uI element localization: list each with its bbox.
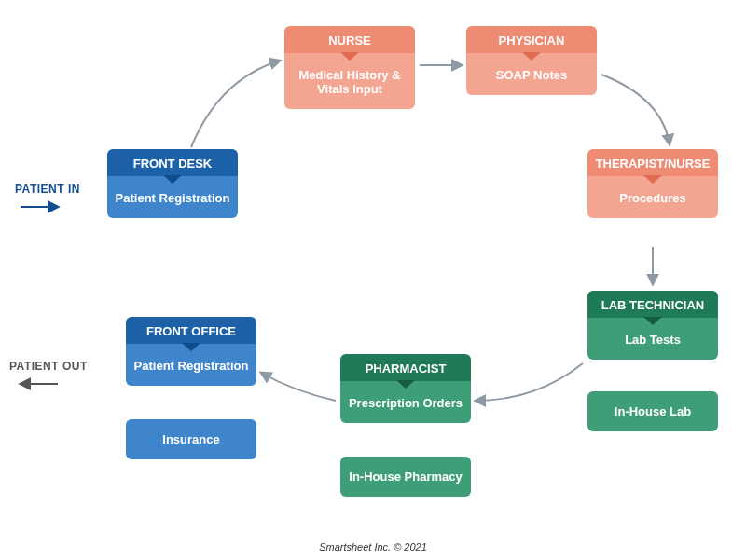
- node-therapist: THERAPIST/NURSE Procedures: [587, 149, 718, 218]
- notch-icon: [163, 175, 182, 184]
- role-label: PHARMACIST: [366, 362, 447, 376]
- role-front-desk: FRONT DESK: [107, 149, 238, 176]
- role-label: THERAPIST/NURSE: [596, 157, 711, 171]
- arrow-pharmacist-frontoffice: [261, 373, 336, 401]
- notch-icon: [522, 52, 541, 61]
- card-in-house-pharmacy: In-House Pharmacy: [340, 457, 471, 497]
- role-therapist: THERAPIST/NURSE: [587, 149, 718, 176]
- node-physician: PHYSICIAN SOAP Notes: [466, 26, 597, 95]
- notch-icon: [396, 380, 415, 389]
- node-front-office: FRONT OFFICE Patient Registration: [126, 317, 256, 386]
- arrow-labtech-pharmacist: [476, 363, 583, 401]
- label-patient-in: PATIENT IN: [15, 183, 80, 196]
- card-in-house-lab: In-House Lab: [587, 391, 718, 431]
- task-nurse: Medical History & Vitals Input: [284, 53, 415, 109]
- node-pharmacist: PHARMACIST Prescription Orders: [340, 354, 471, 423]
- notch-icon: [182, 343, 200, 351]
- node-nurse: NURSE Medical History & Vitals Input: [284, 26, 415, 109]
- diagram-stage: PATIENT IN PATIENT OUT FRONT DESK Patien…: [0, 0, 746, 560]
- node-lab-technician: LAB TECHNICIAN Lab Tests: [587, 291, 718, 360]
- notch-icon: [340, 52, 359, 61]
- role-label: LAB TECHNICIAN: [601, 298, 705, 312]
- notch-icon: [643, 175, 662, 184]
- notch-icon: [643, 317, 662, 325]
- footer-copyright: Smartsheet Inc. © 2021: [0, 541, 746, 553]
- role-label: FRONT OFFICE: [146, 324, 236, 338]
- arrow-frontdesk-nurse: [191, 61, 280, 147]
- role-nurse: NURSE: [284, 26, 415, 53]
- role-label: NURSE: [328, 34, 371, 48]
- arrow-physician-therapist: [601, 75, 670, 144]
- card-insurance: Insurance: [126, 419, 256, 459]
- role-lab-technician: LAB TECHNICIAN: [587, 291, 718, 318]
- role-label: FRONT DESK: [133, 157, 213, 171]
- role-physician: PHYSICIAN: [466, 26, 597, 53]
- role-label: PHYSICIAN: [499, 34, 565, 48]
- role-pharmacist: PHARMACIST: [340, 354, 471, 381]
- role-front-office: FRONT OFFICE: [126, 317, 256, 344]
- label-patient-out: PATIENT OUT: [9, 360, 88, 373]
- node-front-desk: FRONT DESK Patient Registration: [107, 149, 238, 218]
